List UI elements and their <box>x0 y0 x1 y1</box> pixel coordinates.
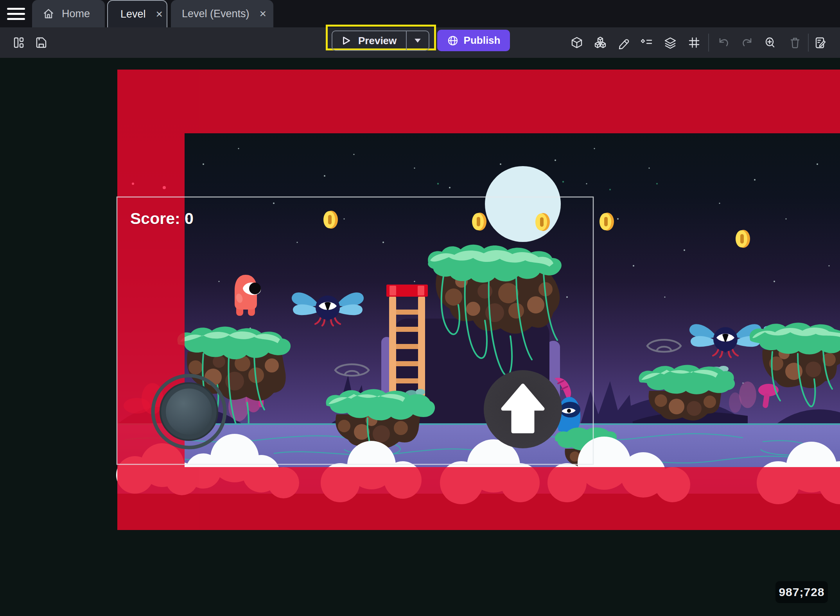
tab-label: Level <box>120 8 146 20</box>
panels-layout-icon[interactable] <box>12 36 25 49</box>
home-icon <box>41 7 56 21</box>
tab-bar: Home Level × Level (Events) × <box>0 0 840 27</box>
globe-icon <box>447 35 459 47</box>
instance-list-icon[interactable] <box>640 36 653 49</box>
trash-icon[interactable] <box>788 36 802 49</box>
object-cube-icon[interactable] <box>570 36 583 49</box>
publish-label: Publish <box>464 34 501 47</box>
save-icon[interactable] <box>34 36 48 49</box>
coin <box>599 213 614 231</box>
chevron-down-icon <box>415 39 421 43</box>
hamburger-menu-icon[interactable] <box>5 4 30 23</box>
editor-toolbar: Preview Publish <box>0 27 840 58</box>
coin <box>736 230 750 248</box>
tab-home[interactable]: Home <box>32 0 105 27</box>
tab-label: Home <box>62 8 90 20</box>
preview-button-main[interactable]: Preview <box>332 31 406 50</box>
toolbar-divider <box>708 34 709 52</box>
virtual-joystick[interactable] <box>153 376 225 448</box>
zoom-in-icon[interactable] <box>763 36 777 49</box>
red-column-left[interactable] <box>117 70 185 530</box>
tab-level[interactable]: Level × <box>107 0 167 27</box>
layers-icon[interactable] <box>664 36 677 49</box>
edit-properties-icon[interactable] <box>814 36 827 49</box>
coin <box>535 213 550 231</box>
tab-label: Level (Events) <box>182 8 249 20</box>
object-group-icon[interactable] <box>594 36 607 49</box>
close-tab-icon[interactable]: × <box>260 8 267 20</box>
undo-icon[interactable] <box>716 36 729 49</box>
red-band-top[interactable] <box>117 70 840 133</box>
toolbar-divider <box>808 34 809 52</box>
preview-label: Preview <box>358 35 397 47</box>
grid-icon[interactable] <box>687 36 701 49</box>
preview-dropdown-button[interactable] <box>407 31 429 50</box>
coin <box>323 211 338 229</box>
preview-button[interactable]: Preview <box>332 30 429 51</box>
scene-canvas[interactable] <box>0 58 840 616</box>
jump-button[interactable] <box>484 370 562 448</box>
red-band-bottom[interactable] <box>117 467 840 530</box>
tab-level-events[interactable]: Level (Events) × <box>171 0 273 27</box>
play-icon <box>341 36 351 46</box>
redo-icon[interactable] <box>741 36 755 49</box>
pencil-icon[interactable] <box>617 36 630 49</box>
publish-button[interactable]: Publish <box>437 30 510 51</box>
score-text: Score: 0 <box>130 210 194 228</box>
cursor-coordinates-badge: 987;728 <box>775 581 828 603</box>
moon[interactable] <box>485 166 561 242</box>
coin <box>472 213 486 231</box>
close-tab-icon[interactable]: × <box>156 8 163 20</box>
